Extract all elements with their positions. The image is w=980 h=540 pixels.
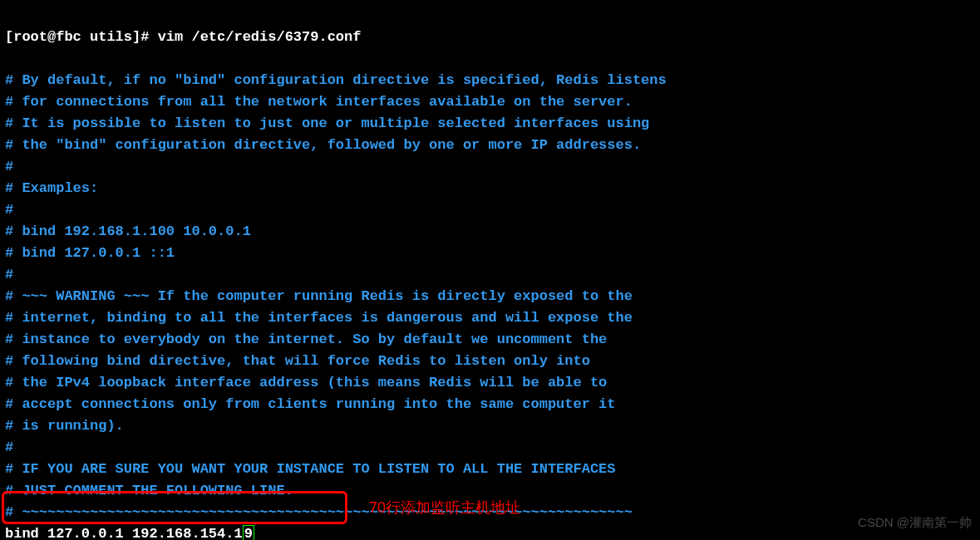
file-line-10: # — [5, 267, 13, 282]
file-line-8: # bind 192.168.1.100 10.0.0.1 — [5, 223, 251, 239]
bind-directive-line: bind 127.0.0.1 192.168.154.19 — [5, 525, 254, 540]
file-line-18: # — [5, 439, 13, 455]
file-line-13: # instance to everybody on the internet.… — [5, 331, 607, 347]
file-line-20: # JUST COMMENT THE FOLLOWING LINE. — [5, 483, 293, 498]
vim-cursor: 9 — [243, 525, 254, 540]
watermark-text: CSDN @灌南第一帅 — [858, 512, 972, 533]
file-line-7: # — [5, 202, 13, 218]
file-line-1: # By default, if no "bind" configuration… — [5, 72, 667, 88]
file-line-15: # the IPv4 loopback interface address (t… — [5, 375, 607, 390]
file-line-5: # — [5, 159, 13, 174]
terminal-output[interactable]: [root@fbc utils]# vim /etc/redis/6379.co… — [5, 5, 975, 540]
file-line-6: # Examples: — [5, 180, 98, 196]
file-line-2: # for connections from all the network i… — [5, 94, 633, 110]
bind-prefix: bind 127.0.0.1 192.168.154.1 — [5, 526, 243, 540]
file-line-17: # is running). — [5, 418, 124, 434]
file-line-3: # It is possible to listen to just one o… — [5, 115, 649, 131]
file-line-12: # internet, binding to all the interface… — [5, 310, 633, 326]
file-line-16: # accept connections only from clients r… — [5, 396, 616, 412]
file-line-21: # ~~~~~~~~~~~~~~~~~~~~~~~~~~~~~~~~~~~~~~… — [5, 504, 633, 520]
file-line-19: # IF YOU ARE SURE YOU WANT YOUR INSTANCE… — [5, 461, 616, 477]
file-line-9: # bind 127.0.0.1 ::1 — [5, 245, 175, 261]
file-line-4: # the "bind" configuration directive, fo… — [5, 137, 641, 153]
shell-prompt: [root@fbc utils]# vim /etc/redis/6379.co… — [5, 29, 361, 45]
file-line-14: # following bind directive, that will fo… — [5, 353, 590, 369]
annotation-text: 70行添加监听主机地址 — [369, 497, 520, 518]
file-line-11: # ~~~ WARNING ~~~ If the computer runnin… — [5, 288, 633, 304]
